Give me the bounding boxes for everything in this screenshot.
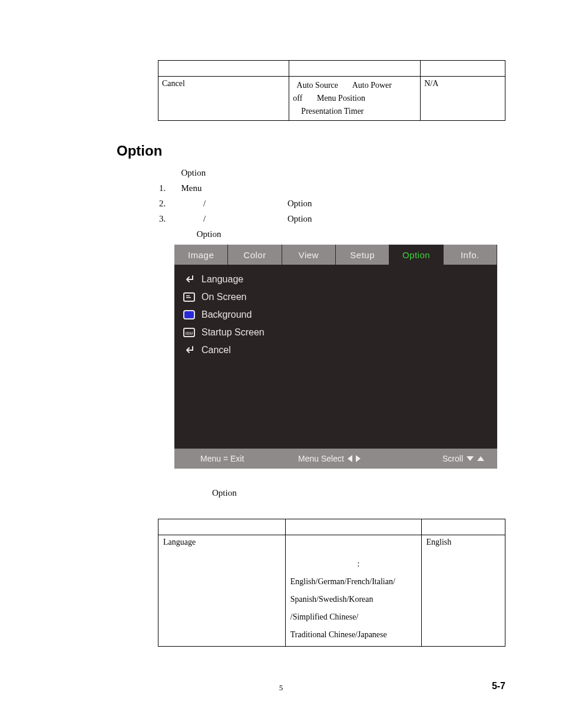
intro-l4: Option xyxy=(197,229,222,239)
intro-l2-mid: / xyxy=(203,199,206,208)
tab-color[interactable]: Color xyxy=(228,245,282,265)
intro-l3-right: Option xyxy=(287,214,312,223)
screen-icon xyxy=(183,292,196,302)
tab-info[interactable]: Info. xyxy=(444,245,497,265)
tab-option[interactable]: Option xyxy=(389,245,443,265)
svg-rect-2 xyxy=(186,297,191,298)
osd-item-label: Background xyxy=(201,309,252,320)
intro-l3-mid: / xyxy=(203,214,206,223)
footer-menu-select: Menu Select xyxy=(298,454,361,463)
bt-c2-l5: Traditional Chinese/Japanese xyxy=(290,626,416,644)
top-table-col1: Cancel xyxy=(158,77,289,121)
bt-c2-l1: : xyxy=(357,559,359,568)
intro-l2-num: 2. xyxy=(159,199,166,208)
osd-item-onscreen[interactable]: On Screen xyxy=(183,288,489,306)
enter-icon xyxy=(183,345,196,355)
option-heading: Option xyxy=(117,143,162,159)
footer-mid-label: Menu Select xyxy=(298,454,344,463)
triangle-left-icon xyxy=(348,455,352,462)
menu-position-text: Menu Position xyxy=(317,94,365,103)
osd-item-language[interactable]: Language xyxy=(183,271,489,288)
intro-l1-text: Menu xyxy=(181,183,202,193)
auto-source-text: Auto Source xyxy=(297,81,338,90)
osd-body: Language On Screen Background IBM Startu… xyxy=(174,265,497,365)
top-table: Cancel Auto Source Auto Power off Menu P… xyxy=(158,60,505,121)
intro-l0: Option xyxy=(181,168,206,177)
intro-l3-num: 3. xyxy=(159,214,166,223)
svg-rect-1 xyxy=(186,295,190,297)
bottom-table: Language : English/German/French/Italian… xyxy=(158,519,505,647)
svg-rect-3 xyxy=(184,311,194,319)
osd-item-startup[interactable]: IBM Startup Screen xyxy=(183,324,489,341)
background-icon xyxy=(183,309,196,320)
intro-l2-right: Option xyxy=(287,199,312,208)
bt-c2-l3: Spanish/Swedish/Korean xyxy=(290,591,416,608)
osd-screenshot: Image Color View Setup Option Info. Lang… xyxy=(174,245,497,469)
auto-power-text: Auto Power xyxy=(352,81,392,90)
intro-l1-num: 1. xyxy=(159,183,166,193)
osd-item-label: Language xyxy=(201,274,243,285)
osd-tabs: Image Color View Setup Option Info. xyxy=(174,245,497,265)
top-table-col3: N/A xyxy=(421,77,505,121)
bt-col3: English xyxy=(421,535,505,647)
tab-setup[interactable]: Setup xyxy=(336,245,389,265)
bt-col2: : English/German/French/Italian/ Spanish… xyxy=(285,535,421,647)
footer-scroll: Scroll xyxy=(442,454,484,463)
intro-lines: Option 1. Menu 2. / Option 3. / Option O… xyxy=(159,165,312,242)
osd-item-label: Startup Screen xyxy=(201,327,265,338)
osd-item-background[interactable]: Background xyxy=(183,306,489,324)
bt-col1: Language xyxy=(158,535,286,647)
enter-icon xyxy=(183,274,196,285)
tab-image[interactable]: Image xyxy=(174,245,228,265)
bt-c2-l2: English/German/French/Italian/ xyxy=(290,573,416,591)
page-number-right: 5-7 xyxy=(492,681,505,691)
triangle-right-icon xyxy=(356,455,361,462)
startup-icon: IBM xyxy=(183,327,196,338)
top-table-col2: Auto Source Auto Power off Menu Position… xyxy=(289,77,421,121)
triangle-down-icon xyxy=(467,456,474,461)
osd-item-label: Cancel xyxy=(201,345,231,355)
osd-footer: Menu = Exit Menu Select Scroll xyxy=(174,449,497,469)
off-text: off xyxy=(293,94,302,103)
triangle-up-icon xyxy=(477,456,484,461)
under-osd-text: Option xyxy=(212,488,237,498)
svg-text:IBM: IBM xyxy=(186,331,193,335)
osd-item-label: On Screen xyxy=(201,292,246,302)
bt-c2-l4: /Simplified Chinese/ xyxy=(290,608,416,626)
footer-menu-exit: Menu = Exit xyxy=(200,454,244,463)
tab-view[interactable]: View xyxy=(282,245,336,265)
footer-right-label: Scroll xyxy=(442,454,463,463)
presentation-timer-text: Presentation Timer xyxy=(301,107,363,116)
osd-item-cancel[interactable]: Cancel xyxy=(183,341,489,359)
page-number-center: 5 xyxy=(279,683,283,693)
